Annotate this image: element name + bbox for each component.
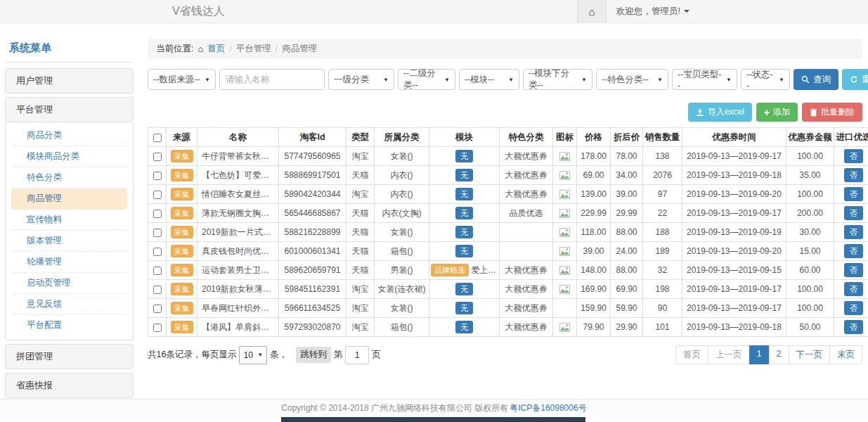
breadcrumb-home-link[interactable]: 首页	[207, 43, 225, 55]
sidebar-item-模块商品分类[interactable]: 模块商品分类	[11, 146, 127, 167]
row-checkbox[interactable]	[153, 153, 162, 161]
module-cell: 无	[429, 147, 500, 166]
row-checkbox[interactable]	[153, 210, 162, 218]
filter-select-状态[interactable]: --状态--▼	[741, 69, 790, 90]
sidebar-item-版本管理[interactable]: 版本管理	[11, 231, 127, 252]
special-category-cell: 大额优惠券	[500, 299, 553, 318]
image-icon	[559, 190, 570, 199]
sidebar-item-宣传物料[interactable]: 宣传物料	[11, 210, 127, 231]
import-toggle-button[interactable]: 否	[844, 282, 864, 296]
filter-select-一级分类[interactable]: 一级分类▼	[328, 69, 394, 90]
coupon-amount-cell: 100.00	[786, 185, 834, 204]
user-menu[interactable]: 欢迎您，管理员!	[607, 0, 699, 23]
row-checkbox[interactable]	[153, 248, 162, 256]
discount-price-cell: 29.90	[611, 318, 643, 337]
upload-icon	[696, 108, 704, 117]
sidebar-item-启动页管理[interactable]: 启动页管理	[11, 273, 127, 294]
row-checkbox[interactable]	[153, 324, 162, 332]
special-category-cell	[500, 242, 553, 261]
import-toggle-button[interactable]: 否	[844, 206, 864, 220]
filter-select-数据来源[interactable]: --数据来源--▼	[148, 69, 216, 90]
sidebar-panel-1[interactable]: 平台管理	[5, 97, 134, 122]
module-badge: 无	[455, 169, 473, 181]
page-button-2[interactable]: 2	[769, 345, 789, 364]
coupon-time-cell: 2019-09-13—2019-09-18	[682, 166, 786, 185]
table-row: 采集2019新款一片式系...588216228899天猫女装()无118.00…	[148, 223, 868, 242]
name-cell: 情侣睡衣女夏丝绸男士...	[197, 185, 279, 204]
icon-cell	[553, 166, 577, 185]
plus-icon: +	[764, 107, 770, 118]
sidebar-item-轮播管理[interactable]: 轮播管理	[11, 252, 127, 273]
image-icon	[559, 323, 570, 332]
chevron-down-icon	[684, 10, 689, 13]
search-button[interactable]: 查询	[793, 69, 838, 90]
import-toggle-button[interactable]: 否	[844, 320, 864, 334]
filter-select-特色分类[interactable]: --特色分类--▼	[596, 69, 668, 90]
sidebar-item-平台配置[interactable]: 平台配置	[11, 315, 127, 335]
import-toggle-button[interactable]: 否	[844, 263, 864, 277]
import-toggle-button[interactable]: 否	[844, 225, 864, 239]
source-cell: 采集	[167, 223, 197, 242]
sidebar-panel-bottom-1[interactable]: 省惠快报	[5, 373, 134, 398]
icon-cell	[553, 242, 577, 261]
import-excel-button[interactable]: 导入excel	[688, 103, 752, 122]
icon-cell	[553, 261, 577, 280]
row-checkbox[interactable]	[153, 267, 162, 275]
import-select-cell: 否	[834, 166, 868, 185]
sidebar-item-意见反馈[interactable]: 意见反馈	[11, 294, 127, 315]
row-checkbox[interactable]	[153, 229, 162, 237]
type-cell: 天猫	[346, 261, 375, 280]
select-all-checkbox[interactable]	[153, 134, 162, 142]
import-toggle-button[interactable]: 否	[844, 301, 864, 315]
column-header-特色分类: 特色分类	[500, 128, 553, 147]
sidebar-item-商品管理[interactable]: 商品管理	[11, 188, 127, 210]
category-cell: 内衣()	[375, 166, 429, 185]
filter-select-模块下分类[interactable]: --模块下分类--▼	[523, 69, 592, 90]
batch-delete-button[interactable]: 批量删除	[802, 103, 862, 122]
sidebar-panel-0[interactable]: 用户管理	[5, 68, 134, 94]
filter-select-模块[interactable]: --模块--▼	[459, 69, 519, 90]
jump-button[interactable]: 跳转到	[296, 347, 331, 363]
row-checkbox[interactable]	[153, 191, 162, 199]
page-button-末页[interactable]: 末页	[829, 345, 862, 364]
import-toggle-button[interactable]: 否	[844, 168, 864, 182]
import-select-cell: 否	[834, 280, 868, 299]
sidebar-item-特色分类[interactable]: 特色分类	[11, 167, 127, 188]
reset-button[interactable]: 重置	[842, 69, 868, 90]
filter-select-二级分类[interactable]: --二级分类--▼	[398, 69, 455, 90]
search-icon	[801, 75, 810, 84]
icp-link[interactable]: 粤ICP备16098006号	[510, 402, 586, 414]
source-cell: 采集	[167, 204, 197, 223]
coupon-amount-cell: 50.00	[786, 318, 834, 337]
sales-cell: 189	[643, 242, 682, 261]
name-search-input[interactable]	[219, 69, 325, 90]
breadcrumb-separator: /	[276, 44, 278, 54]
records-suffix-text: 条，	[270, 349, 287, 361]
breadcrumb-item-platform: 平台管理	[236, 43, 271, 55]
coupon-amount-cell: 35.00	[786, 166, 834, 185]
page-button-下一页[interactable]: 下一页	[789, 345, 831, 364]
import-toggle-button[interactable]: 否	[844, 244, 864, 258]
home-button[interactable]: ⌂	[577, 0, 607, 23]
module-text: 爱上运动	[471, 265, 499, 275]
coupon-amount-cell: 15.00	[786, 242, 834, 261]
import-toggle-button[interactable]: 否	[844, 149, 864, 163]
source-cell: 采集	[167, 147, 197, 166]
jump-page-input[interactable]	[345, 346, 369, 364]
row-checkbox[interactable]	[153, 172, 162, 180]
row-checkbox[interactable]	[153, 305, 162, 313]
filter-select-宝贝类型[interactable]: --宝贝类型--▼	[672, 69, 737, 90]
sidebar-item-商品分类[interactable]: 商品分类	[11, 125, 127, 146]
column-header-模块: 模块	[429, 128, 500, 147]
per-page-select[interactable]: 10 ▼	[239, 346, 267, 364]
row-select-cell	[148, 204, 167, 223]
row-select-cell	[148, 223, 167, 242]
coupon-time-cell: 2019-09-13—2019-09-17	[682, 299, 786, 318]
discount-price-cell: 78.00	[611, 147, 643, 166]
category-cell: 女装()	[375, 299, 429, 318]
import-toggle-button[interactable]: 否	[844, 187, 864, 201]
row-checkbox[interactable]	[153, 286, 162, 294]
sales-cell: 138	[643, 147, 682, 166]
add-button[interactable]: + 添加	[756, 103, 798, 122]
sidebar-panel-bottom-0[interactable]: 拼团管理	[5, 344, 134, 369]
